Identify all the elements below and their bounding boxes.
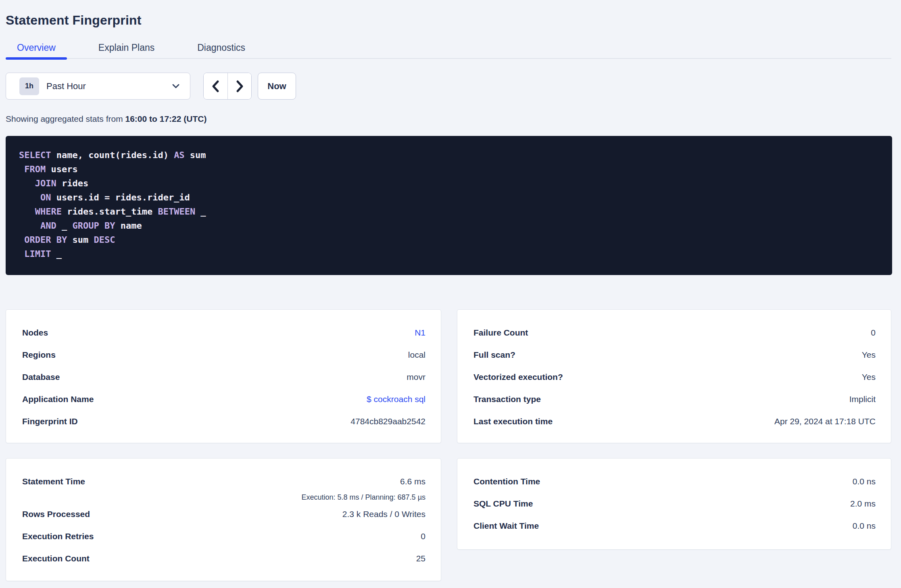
sql-line: WHERE rides.start_time BETWEEN _ [19, 204, 884, 219]
attr-row-transaction-type: Transaction type Implicit [473, 388, 876, 410]
row-label: Regions [22, 350, 56, 360]
tabs-bar: Overview Explain Plans Diagnostics [6, 38, 891, 59]
row-label: Full scan? [473, 350, 515, 360]
tab-overview-label: Overview [17, 42, 56, 53]
chevron-right-icon [234, 79, 245, 93]
statement-timing-card: Statement Time 6.6 ms Execution: 5.8 ms … [6, 458, 441, 581]
attr-row-full-scan: Full scan? Yes [473, 344, 876, 366]
sql-line: LIMIT _ [19, 247, 884, 261]
application-name-link[interactable]: $ cockroach sql [367, 394, 425, 404]
row-label: Failure Count [473, 328, 528, 338]
row-value: 2.3 k Reads / 0 Writes [342, 509, 425, 519]
active-tab-underline [6, 57, 67, 60]
detail-row-application-name: Application Name $ cockroach sql [22, 388, 425, 410]
contention-row-sql-cpu-time: SQL CPU Time 2.0 ms [473, 492, 876, 515]
statement-details-card: Nodes N1 Regions local Database movr App… [6, 309, 441, 443]
row-label: Statement Time [22, 477, 85, 486]
page-title: Statement Fingerprint [6, 0, 891, 28]
now-button-label: Now [267, 81, 286, 92]
time-range-badge: 1h [19, 77, 39, 95]
attr-row-vectorized: Vectorized execution? Yes [473, 366, 876, 388]
time-range-pager [203, 73, 252, 100]
timing-row-rows-processed: Rows Processed 2.3 k Reads / 0 Writes [22, 503, 425, 525]
tab-overview[interactable]: Overview [6, 38, 67, 58]
top-cards-row: Nodes N1 Regions local Database movr App… [6, 309, 891, 443]
contention-card: Contention Time 0.0 ns SQL CPU Time 2.0 … [457, 458, 891, 550]
row-value: 4784cb829aab2542 [350, 417, 425, 426]
nodes-link[interactable]: N1 [415, 328, 425, 338]
row-label: Client Wait Time [473, 521, 539, 531]
contention-row-client-wait-time: Client Wait Time 0.0 ns [473, 515, 876, 537]
detail-row-fingerprint-id: Fingerprint ID 4784cb829aab2542 [22, 410, 425, 432]
row-label: Contention Time [473, 477, 540, 486]
row-label: Execution Count [22, 554, 90, 563]
statement-time-breakdown: Execution: 5.8 ms / Planning: 687.5 µs [22, 493, 425, 503]
detail-row-regions: Regions local [22, 344, 425, 366]
row-value: 0 [871, 328, 876, 338]
timing-row-execution-count: Execution Count 25 [22, 547, 425, 569]
statement-fingerprint-page: Statement Fingerprint Overview Explain P… [0, 0, 901, 588]
time-controls-row: 1h Past Hour [6, 73, 891, 100]
row-label: Last execution time [473, 417, 553, 426]
time-range-label: Past Hour [46, 81, 86, 92]
row-value: 6.6 ms [400, 477, 425, 486]
stats-summary-range: 16:00 to 17:22 (UTC) [125, 114, 207, 123]
stats-summary: Showing aggregated stats from 16:00 to 1… [6, 114, 891, 124]
row-value: 0 [421, 532, 425, 541]
row-label: Transaction type [473, 394, 541, 404]
sql-line: SELECT name, count(rides.id) AS sum [19, 148, 884, 162]
chevron-left-icon [210, 79, 221, 93]
tab-explain-plans[interactable]: Explain Plans [87, 38, 166, 58]
sql-line: ORDER BY sum DESC [19, 233, 884, 247]
sql-statement-box: SELECT name, count(rides.id) AS sum FROM… [6, 136, 892, 275]
execution-attributes-card: Failure Count 0 Full scan? Yes Vectorize… [457, 309, 891, 443]
row-value: movr [407, 372, 425, 382]
chevron-down-icon [171, 83, 181, 90]
row-value: Yes [862, 350, 876, 360]
timing-row-statement-time: Statement Time 6.6 ms [22, 470, 425, 492]
row-label: Rows Processed [22, 509, 90, 519]
row-value: Apr 29, 2024 at 17:18 UTC [774, 417, 876, 426]
row-value: 2.0 ms [850, 499, 876, 509]
attr-row-last-execution-time: Last execution time Apr 29, 2024 at 17:1… [473, 410, 876, 432]
sql-line: ON users.id = rides.rider_id [19, 190, 884, 204]
sql-line: FROM users [19, 162, 884, 176]
row-value: 0.0 ns [853, 477, 876, 486]
detail-row-database: Database movr [22, 366, 425, 388]
stats-summary-prefix: Showing aggregated stats from [6, 114, 125, 123]
row-value: Implicit [849, 394, 876, 404]
row-label: Fingerprint ID [22, 417, 78, 426]
bottom-cards-row: Statement Time 6.6 ms Execution: 5.8 ms … [6, 458, 891, 581]
sql-line: JOIN rides [19, 176, 884, 190]
detail-row-nodes: Nodes N1 [22, 321, 425, 344]
sql-line: AND _ GROUP BY name [19, 219, 884, 233]
tab-diagnostics-label: Diagnostics [197, 42, 245, 53]
timing-row-execution-retries: Execution Retries 0 [22, 525, 425, 547]
row-label: Execution Retries [22, 532, 94, 541]
row-value: 0.0 ns [853, 521, 876, 531]
time-range-dropdown[interactable]: 1h Past Hour [6, 73, 190, 100]
prev-range-button[interactable] [204, 73, 227, 99]
row-value: Yes [862, 372, 876, 382]
attr-row-failure-count: Failure Count 0 [473, 321, 876, 344]
tab-diagnostics[interactable]: Diagnostics [186, 38, 257, 58]
row-label: Nodes [22, 328, 48, 338]
row-label: Application Name [22, 394, 94, 404]
next-range-button[interactable] [227, 73, 251, 99]
row-label: Database [22, 372, 60, 382]
row-value: 25 [416, 554, 425, 563]
tab-explain-plans-label: Explain Plans [98, 42, 154, 53]
row-label: Vectorized execution? [473, 372, 563, 382]
row-value: local [408, 350, 425, 360]
contention-row-contention-time: Contention Time 0.0 ns [473, 470, 876, 492]
row-label: SQL CPU Time [473, 499, 533, 509]
now-button[interactable]: Now [258, 73, 296, 100]
